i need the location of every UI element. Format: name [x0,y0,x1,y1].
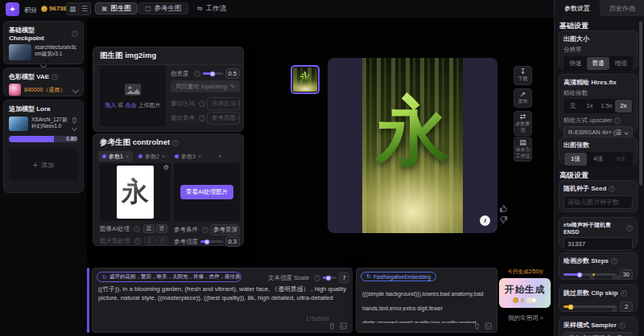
prompt-image-icon[interactable] [340,322,347,330]
info-icon[interactable]: i [72,31,78,37]
delete-lora-icon[interactable] [71,117,78,124]
close-icon[interactable]: × [162,154,165,159]
img2img-tab-icon: ▣ [101,5,108,12]
controlnet-tab-2[interactable]: 参数2× [134,151,169,162]
negative-image-icon[interactable] [485,322,492,330]
ai-process-no-button[interactable]: 否 [156,224,167,233]
resolution-option-fast[interactable]: 快速 [564,57,587,70]
resolution-option-normal[interactable]: 普通 [587,57,609,70]
tab-history[interactable]: 历史作画 [600,0,644,16]
view-ai-image-button[interactable]: 查看AI处理图片 [180,185,233,199]
close-icon[interactable]: × [126,154,129,159]
count-segment: 1张 4张 9张 [564,152,633,166]
inpaint-button[interactable]: 局部重绘 inpainting ✎ [171,80,240,92]
redraw-ref-select[interactable]: 参考原图 or [207,112,240,125]
hires-option-2x[interactable]: 2x [615,100,632,113]
lora-thumbnail[interactable] [9,117,28,131]
tab-reference[interactable]: ▢ 参考生图 [138,2,188,14]
controlnet-add-tab[interactable]: + [207,151,233,162]
steps-title: 绘画步数 Steps [564,256,609,265]
like-button[interactable] [499,204,508,213]
controlnet-tab-3[interactable]: 参数3× [171,151,205,162]
cfg-scale-slider[interactable] [323,277,336,279]
clip-skip-slider[interactable] [564,305,617,308]
lora-weight-slider[interactable]: 0.80 [9,136,78,142]
cost-coin-icon: ¥ [513,297,518,303]
ref-strength-slider[interactable] [200,240,223,243]
denoise-slider[interactable] [203,72,223,75]
ref-condition-select[interactable]: 参考景深 dept [210,224,240,236]
lora-chevron-icon[interactable] [72,125,77,131]
seed-input[interactable] [564,195,633,209]
hires-option-none[interactable]: 无 [564,100,581,113]
checkpoint-title: 基础模型 Checkpoint [9,26,69,42]
tab-workflow[interactable]: ⇆ 工作流 [192,2,232,14]
vae-chevron-icon[interactable] [72,86,79,92]
sampler-select[interactable]: 综合式绘画模式，是很适合 (D [564,332,633,336]
menu-icon[interactable]: ☰ [78,2,91,15]
checkpoint-panel: 基础模型 Checkpointi xsarchitecturalv3com建筑v… [3,21,84,64]
generated-image[interactable]: 永 [362,58,463,233]
generate-button[interactable]: 开始生成 ¥ 8 [499,278,551,308]
resolution-option-enhanced[interactable]: 增强 [609,57,632,70]
ensd-input[interactable] [564,237,633,251]
scrollbar-thumb[interactable] [639,21,642,186]
checkpoint-model-name: xsarchitecturalv3com建筑v3.1 [35,44,78,58]
result-thumbnail-selected[interactable]: 永 [291,65,320,94]
publish-icon: ↗ [520,91,526,98]
clear-prompt-icon[interactable] [328,322,336,330]
reuse-params-button[interactable]: ⇄ 参数重用 [514,111,532,136]
save-workflow-button[interactable]: ▤ 保存为工作流 [514,137,532,162]
info-icon[interactable]: i [52,74,58,80]
clear-negative-icon[interactable] [473,322,481,330]
positive-prompt-input[interactable]: ((竹子)), in a blooming garden, (fresh and… [98,285,348,318]
negative-embedding-pill[interactable]: ↻ FastNegativeEmbedding [361,272,436,281]
add-lora-button[interactable]: + 添加 [9,149,78,181]
add-lora-label: 添加 [41,161,54,170]
redraw-area-select[interactable]: 涂抹区域 In [207,97,240,110]
controlnet-panel-title: 参考生图 controlnet [100,137,170,148]
dislike-button[interactable] [499,215,508,224]
info-icon: i [199,100,205,107]
publish-button[interactable]: ↗ 发布 [514,88,532,108]
info-icon[interactable]: i [172,140,179,146]
tab-img2img[interactable]: ▣ 图生图 [95,2,138,14]
ai-process-yes-button[interactable]: 是 [143,224,155,233]
preprocess-yes-button[interactable]: 是 [144,236,155,245]
count-option-1[interactable]: 1张 [564,153,587,166]
controlnet-tab-1[interactable]: 参数1× [98,151,133,162]
checkpoint-thumbnail[interactable] [9,44,31,60]
app-logo[interactable]: ✦ [6,2,19,16]
upload-rest-label: 上传图片 [138,102,160,108]
thumbs-up-icon [499,204,508,213]
download-button[interactable]: ↧ 下载 [514,66,532,85]
tab-parameters[interactable]: 参数设置 [555,0,600,16]
upload-or-label: 或 [118,102,124,108]
clip-skip-card: 跳过层数 Clip skipi 2 12 [559,285,638,312]
image-info-icon[interactable]: i [480,215,490,226]
redraw-ref-label: 重绘参考 [171,114,195,122]
preprocess-no-button[interactable]: 否 [157,236,168,245]
points-label: 积分 [24,6,37,14]
negative-prompt-input[interactable]: (((simple background))),lowres,bad anato… [362,285,493,323]
controlnet-tab-label: 参数2 [145,153,159,161]
count-option-9[interactable]: 9张 [609,153,632,166]
prompt-translation-pill[interactable]: ↻ 盛开的花园，繁荣，唯美，太阳光，肖像，杰作，最佳质量 [97,272,242,282]
fast-mode-toggle[interactable] [526,297,537,303]
publish-label: 发布 [518,99,528,105]
gear-icon[interactable]: ⚙ [163,164,169,171]
upload-click-label: 点击 [125,102,136,108]
prompt-translation-text: 盛开的花园，繁荣，唯美，太阳光，肖像，杰作，最佳质量 [109,273,242,281]
generate-cost: 8 [521,297,524,303]
ref-strength-label: 参考强度 [174,238,198,246]
hires-option-1-5x[interactable]: 1.5x [598,100,615,113]
reference-image[interactable]: 永 [117,166,154,219]
favorite-prompts-link[interactable]: 我的常用词 > [499,314,552,322]
count-option-4[interactable]: 4张 [587,153,609,166]
hires-option-1x[interactable]: 1x [581,100,598,113]
generated-glyph: 永 [376,82,450,182]
vae-thumbnail[interactable] [9,84,21,96]
image-upload-dropzone[interactable]: 拖入 或 点击 上传图片 [100,65,166,126]
close-icon[interactable]: × [198,154,201,159]
info-icon[interactable]: i [194,71,200,77]
